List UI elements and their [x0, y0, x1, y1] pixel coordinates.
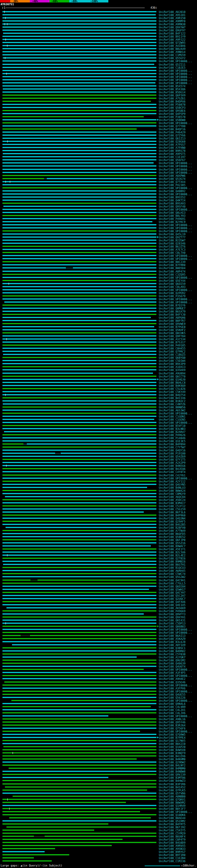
hit-bar[interactable]	[2, 468, 156, 469]
hit-bar[interactable]	[2, 91, 156, 93]
hit-bar[interactable]	[2, 709, 156, 710]
hit-bar[interactable]	[2, 249, 156, 250]
hit-bar[interactable]	[73, 267, 156, 269]
hit-bar[interactable]	[2, 51, 156, 52]
hit-bar[interactable]	[2, 385, 156, 386]
hit-bar[interactable]	[2, 45, 156, 46]
hit-bar[interactable]	[2, 412, 156, 414]
hit-bar[interactable]	[2, 391, 156, 392]
hit-bar[interactable]	[2, 159, 156, 160]
hit-bar[interactable]	[2, 555, 156, 556]
hit-bar[interactable]	[2, 264, 156, 266]
hit-bar[interactable]	[2, 234, 156, 235]
hit-bar[interactable]	[2, 169, 156, 170]
hit-bar[interactable]	[2, 477, 156, 479]
hit-bar[interactable]	[2, 823, 108, 825]
hit-bar[interactable]	[2, 629, 156, 630]
hit-bar[interactable]	[2, 141, 156, 142]
hit-bar[interactable]	[2, 598, 156, 599]
hit-bar[interactable]	[2, 777, 108, 778]
hit-bar[interactable]	[2, 348, 156, 349]
hit-bar[interactable]	[2, 274, 156, 275]
hit-bar[interactable]	[4, 302, 156, 303]
hit-bar[interactable]	[2, 79, 156, 81]
hit-bar[interactable]	[2, 771, 156, 772]
hit-bar[interactable]	[2, 366, 156, 367]
hit-bar[interactable]	[2, 376, 156, 377]
hit-bar[interactable]	[2, 805, 156, 806]
hit-bar[interactable]	[2, 199, 156, 201]
hit-bar[interactable]	[2, 811, 140, 812]
hit-bar[interactable]	[2, 678, 156, 679]
hit-bar[interactable]	[2, 650, 156, 652]
hit-bar[interactable]	[2, 502, 156, 503]
hit-bar[interactable]	[27, 443, 156, 445]
hit-bar[interactable]	[2, 54, 156, 55]
hit-bar[interactable]	[2, 240, 156, 241]
hit-label[interactable]: UniRef100_B0D5D4	[159, 267, 186, 270]
hit-bar[interactable]	[2, 749, 156, 750]
hit-bar[interactable]	[2, 329, 156, 331]
hit-bar[interactable]	[2, 406, 156, 408]
hit-bar[interactable]	[2, 351, 156, 352]
hit-bar[interactable]	[2, 589, 149, 590]
hit-bar[interactable]	[2, 246, 156, 247]
hit-bar[interactable]	[2, 623, 156, 624]
hit-bar[interactable]	[2, 533, 156, 534]
hit-bar[interactable]	[2, 258, 156, 259]
hit-bar[interactable]	[2, 128, 137, 130]
hit-bar[interactable]	[2, 715, 108, 716]
hit-bar[interactable]	[2, 125, 156, 127]
hit-bar[interactable]	[2, 697, 156, 698]
hit-bar[interactable]	[2, 267, 66, 269]
hit-bar[interactable]	[2, 85, 156, 87]
hit-bar[interactable]	[2, 471, 156, 472]
hit-bar[interactable]	[2, 172, 156, 173]
hit-bar[interactable]	[2, 162, 154, 163]
hit-bar[interactable]	[2, 860, 52, 862]
hit-bar[interactable]	[2, 576, 156, 577]
hit-bar[interactable]	[2, 261, 156, 262]
hit-bar[interactable]	[5, 527, 156, 528]
hit-bar[interactable]	[2, 76, 156, 77]
hit-bar[interactable]	[2, 845, 112, 846]
hit-bar[interactable]	[2, 98, 156, 99]
hit-bar[interactable]	[2, 341, 156, 343]
hit-bar[interactable]	[2, 227, 156, 228]
hit-bar[interactable]	[2, 518, 156, 519]
hit-bar[interactable]	[2, 95, 156, 96]
hit-bar[interactable]	[2, 694, 156, 695]
hit-bar[interactable]	[2, 422, 156, 423]
hit-bar[interactable]	[2, 459, 156, 460]
hit-bar[interactable]	[2, 842, 156, 843]
hit-bar[interactable]	[2, 335, 156, 337]
hit-bar[interactable]	[2, 104, 156, 105]
hit-bar[interactable]	[2, 39, 156, 40]
hit-bar[interactable]	[2, 305, 156, 306]
hit-bar[interactable]	[2, 480, 156, 482]
hit-bar[interactable]	[2, 181, 156, 182]
hit-bar[interactable]	[30, 635, 157, 636]
hit-bar[interactable]	[2, 505, 156, 506]
hit-bar[interactable]	[2, 718, 156, 720]
hit-bar[interactable]	[2, 30, 156, 31]
hit-bar[interactable]	[2, 388, 156, 389]
hit-bar[interactable]	[2, 802, 126, 803]
hit-bar[interactable]	[2, 456, 156, 457]
hit-bar[interactable]	[2, 727, 156, 729]
hit-bar[interactable]	[2, 286, 156, 287]
hit-label[interactable]: UniRef100_Q5G2W2	[159, 576, 186, 579]
hit-bar[interactable]	[2, 221, 152, 222]
hit-bar[interactable]	[3, 564, 156, 565]
hit-bar[interactable]	[2, 134, 156, 136]
hit-bar[interactable]	[2, 292, 156, 293]
hit-bar[interactable]	[2, 666, 156, 667]
hit-bar[interactable]	[2, 70, 156, 71]
hit-bar[interactable]	[2, 830, 94, 831]
hit-bar[interactable]	[2, 446, 156, 448]
hit-bar[interactable]	[2, 394, 156, 395]
hit-bar[interactable]	[2, 659, 156, 661]
hit-bar[interactable]	[2, 490, 156, 491]
hit-bar[interactable]	[2, 443, 23, 445]
hit-bar[interactable]	[9, 817, 151, 818]
